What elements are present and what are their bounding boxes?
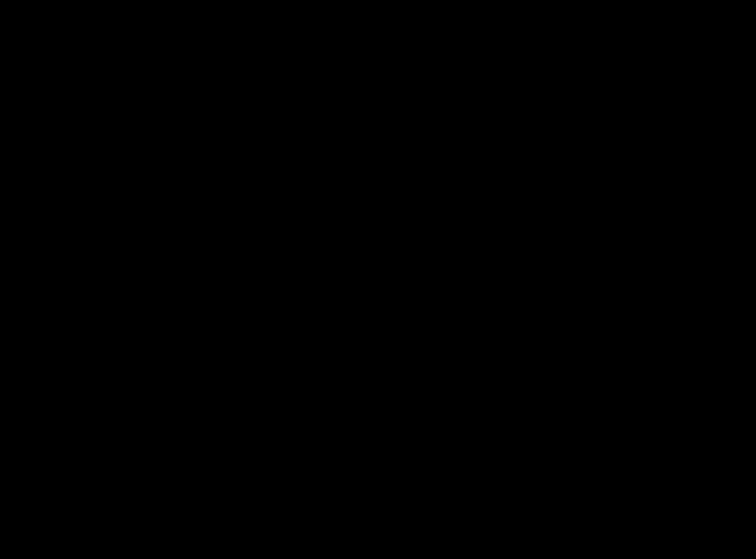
lady-heather-screen: { "colors":{"w":"#e8e8e8","title":"#00ff… (0, 0, 756, 559)
